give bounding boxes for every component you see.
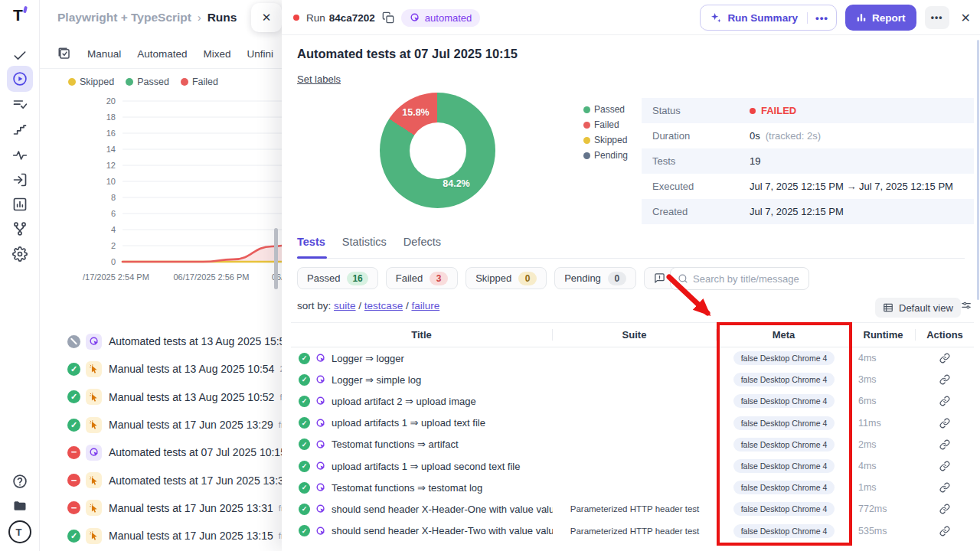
logo-accent xyxy=(23,6,28,14)
sort-by-row: sort by: suite / testcase / failure xyxy=(297,300,439,311)
automated-type-icon xyxy=(315,481,327,494)
filter-skipped-chip[interactable]: Skipped0 xyxy=(466,267,547,289)
test-title[interactable]: upload artifacts 1 ⇒ upload second text … xyxy=(332,461,521,472)
report-button[interactable]: Report xyxy=(845,5,916,31)
app-logo[interactable]: T xyxy=(0,6,40,24)
filter-failed-chip[interactable]: Failed3 xyxy=(386,267,458,289)
sidebar-item-analytics[interactable] xyxy=(7,193,33,216)
link-icon[interactable] xyxy=(939,396,950,406)
link-icon[interactable] xyxy=(939,461,950,471)
test-status-icon xyxy=(299,439,310,450)
tab-defects[interactable]: Defects xyxy=(403,236,441,258)
copy-run-id-button[interactable] xyxy=(382,11,394,24)
sidebar-item-settings[interactable] xyxy=(7,243,33,266)
sidebar-item-plans[interactable] xyxy=(7,93,33,116)
sort-by-suite-link[interactable]: suite xyxy=(334,300,356,311)
projects-button[interactable] xyxy=(7,494,33,517)
link-icon[interactable] xyxy=(939,353,950,364)
link-icon[interactable] xyxy=(939,482,950,493)
tab-statistics[interactable]: Statistics xyxy=(342,236,387,258)
test-title[interactable]: upload artifact 2 ⇒ upload image xyxy=(332,396,476,407)
run-list-item[interactable]: Manual tests at 13 Aug 2025 10:54 2 xyxy=(40,355,282,383)
run-list-item[interactable]: Manual tests at 17 Jun 2025 13:31 from xyxy=(40,494,282,522)
link-icon[interactable] xyxy=(939,504,950,514)
sidebar-item-branches[interactable] xyxy=(7,217,33,240)
tab-automated[interactable]: Automated xyxy=(137,48,187,60)
test-title[interactable]: Testomat functions ⇒ testomat log xyxy=(332,482,482,494)
sidebar-item-tests[interactable] xyxy=(7,44,33,67)
table-row[interactable]: upload artifacts 1 ⇒ upload second text … xyxy=(291,455,974,477)
table-row[interactable]: Logger ⇒ simple log false Desktop Chrome… xyxy=(291,369,974,390)
help-button[interactable] xyxy=(7,470,33,493)
test-runtime: 535ms xyxy=(851,526,916,536)
run-list-item[interactable]: Automated tests at 07 Jul 2025 10:15 xyxy=(40,439,282,466)
breadcrumb-project[interactable]: Playwright + TypeScript xyxy=(57,11,191,24)
automated-type-icon xyxy=(315,373,327,386)
list-check-icon xyxy=(12,97,28,112)
test-title[interactable]: Testomat functions ⇒ artifact xyxy=(332,439,459,450)
table-row[interactable]: should send header X-Header-Two with val… xyxy=(291,520,974,542)
run-status-icon xyxy=(67,390,80,403)
chart-legend: Skipped Passed Failed xyxy=(68,77,218,87)
test-title[interactable]: should send header X-Header-Two with val… xyxy=(332,525,553,536)
column-meta[interactable]: Meta xyxy=(717,329,851,341)
column-runtime[interactable]: Runtime xyxy=(851,329,916,341)
sort-by-testcase-link[interactable]: testcase xyxy=(364,300,403,311)
meta-badge: false Desktop Chrome 4 xyxy=(733,394,835,408)
sidebar-item-runs[interactable] xyxy=(7,66,33,92)
test-title[interactable]: should send header X-Header-One with val… xyxy=(332,504,553,515)
sidebar-item-pulse[interactable] xyxy=(7,144,33,167)
run-summary-button[interactable]: Run Summary ••• xyxy=(700,5,837,31)
table-row[interactable]: upload artifact 2 ⇒ upload image false D… xyxy=(291,390,974,412)
select-all-icon[interactable] xyxy=(57,47,71,60)
link-icon[interactable] xyxy=(939,374,950,385)
table-view-icon xyxy=(883,302,893,313)
failed-dot-icon xyxy=(583,122,590,129)
column-actions[interactable]: Actions xyxy=(916,329,974,341)
link-icon[interactable] xyxy=(939,526,950,536)
test-title[interactable]: Logger ⇒ simple log xyxy=(332,374,421,386)
table-row[interactable]: upload artifacts 1 ⇒ upload text file fa… xyxy=(291,412,974,434)
run-list-item[interactable]: Manual tests at 13 Aug 2025 10:52 from xyxy=(40,383,282,411)
filter-passed-chip[interactable]: Passed16 xyxy=(297,267,378,289)
sidebar-item-import[interactable] xyxy=(7,168,33,191)
table-row[interactable]: should send header X-Header-One with val… xyxy=(291,498,974,520)
test-title[interactable]: upload artifacts 1 ⇒ upload text file xyxy=(332,417,485,429)
search-input[interactable] xyxy=(693,273,802,285)
filter-pending-chip[interactable]: Pending0 xyxy=(554,267,636,289)
avatar[interactable]: T xyxy=(7,519,33,545)
sidebar-item-milestones[interactable] xyxy=(7,119,33,142)
run-list-item[interactable]: Manual tests at 17 Jun 2025 13:15 from xyxy=(40,522,282,549)
link-icon[interactable] xyxy=(939,439,950,450)
table-row[interactable]: Testomat functions ⇒ artifact false Desk… xyxy=(291,434,974,455)
run-list-item[interactable]: Automated tests at 17 Jun 2025 13:30 xyxy=(40,466,282,494)
default-view-button[interactable]: Default view xyxy=(875,298,961,318)
tab-mixed[interactable]: Mixed xyxy=(204,48,231,60)
tab-unfinished[interactable]: Unfini xyxy=(247,48,274,60)
column-suite[interactable]: Suite xyxy=(553,329,717,341)
app-root: T T Playwright + TypeScript › Runs ✕ Man… xyxy=(0,0,980,551)
legend-passed: Passed xyxy=(126,77,169,87)
tab-manual[interactable]: Manual xyxy=(87,48,121,60)
run-panel-scrollbar[interactable] xyxy=(977,40,979,300)
test-suite: Parameterized HTTP header test xyxy=(553,504,717,514)
set-labels-link[interactable]: Set labels xyxy=(297,73,341,85)
sort-by-failure-link[interactable]: failure xyxy=(411,300,439,311)
run-detail-header: Run 84ca7202 automated Run Summary ••• R… xyxy=(282,0,980,35)
test-title[interactable]: Logger ⇒ logger xyxy=(332,353,404,364)
table-row[interactable]: Logger ⇒ logger false Desktop Chrome 4 4… xyxy=(291,347,974,369)
run-detail-close-button[interactable]: ✕ xyxy=(958,11,974,25)
automated-badge[interactable]: automated xyxy=(401,9,480,27)
column-title[interactable]: Title xyxy=(291,329,553,341)
run-list-item[interactable]: Automated tests at 13 Aug 2025 15:53 xyxy=(40,328,282,355)
meta-badge: false Desktop Chrome 4 xyxy=(733,502,835,516)
view-settings-button[interactable] xyxy=(961,300,976,315)
table-row[interactable]: Testomat functions ⇒ testomat log false … xyxy=(291,477,974,498)
left-panel-scrollbar[interactable] xyxy=(274,228,278,289)
link-icon[interactable] xyxy=(939,418,950,429)
tab-tests[interactable]: Tests xyxy=(297,236,325,258)
run-list-item[interactable]: Manual tests at 17 Jun 2025 13:29 from xyxy=(40,411,282,439)
more-actions-button[interactable]: ••• xyxy=(925,6,949,29)
runs-panel-close-button[interactable]: ✕ xyxy=(251,3,282,32)
run-summary-more-button[interactable]: ••• xyxy=(807,12,836,24)
